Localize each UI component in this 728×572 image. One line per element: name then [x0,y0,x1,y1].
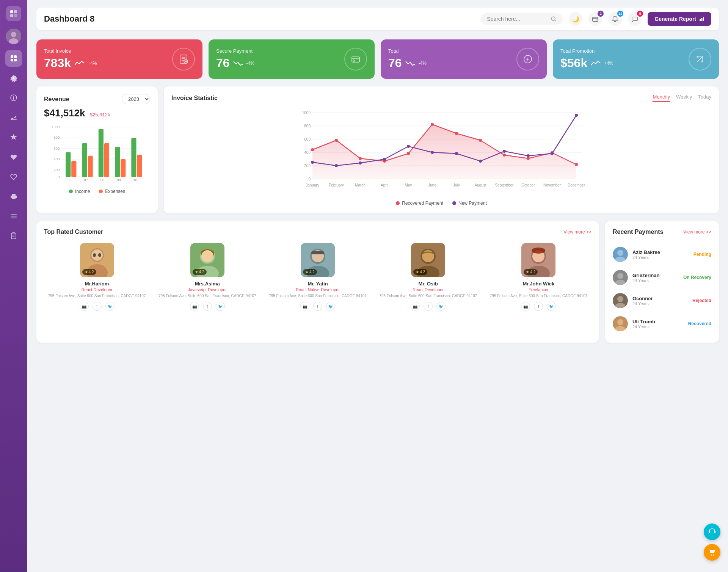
svg-rect-41 [88,156,93,177]
new-dot [452,201,456,205]
facebook-icon[interactable]: f [534,302,543,311]
svg-text:April: April [381,183,388,187]
svg-text:800: 800 [53,135,60,139]
tab-monthly[interactable]: Monthly [653,94,670,102]
svg-text:June: June [428,183,436,187]
support-float-button[interactable] [704,523,720,540]
card-info: Total 76 -4% [388,48,427,70]
customer-photo-4: ★ 4.2 [411,243,445,277]
svg-point-79 [335,164,338,167]
svg-rect-8 [14,55,17,58]
wallet-button[interactable]: 2 [588,12,602,26]
twitter-icon[interactable]: 🐦 [547,302,556,311]
sidebar-item-analytics[interactable] [5,109,22,126]
search-input[interactable] [487,16,548,22]
svg-point-82 [407,145,410,148]
tab-weekly[interactable]: Weekly [676,94,692,102]
customer-item: ★ 4.2 Mr.John Wick Freelancer 795 Folsom… [486,243,592,311]
search-box[interactable] [481,13,563,25]
sidebar-item-print[interactable] [5,188,22,205]
sidebar-item-clipboard[interactable] [5,227,22,244]
customer-photo-1: ★ 4.2 [80,243,114,277]
expenses-dot [99,190,103,193]
sidebar-item-info[interactable] [5,89,22,106]
svg-point-139 [711,555,712,556]
svg-rect-22 [352,57,359,62]
headset-icon [708,528,716,536]
payment-status-3: Rejected [692,298,711,303]
facebook-icon[interactable]: f [313,302,322,311]
customer-item: ★ 4.2 Mr. Osib React Developer 795 Folso… [375,243,481,311]
card-secure-payment: Secure Payment 76 -4% [209,39,375,79]
sidebar-item-settings[interactable] [5,70,22,86]
svg-text:08: 08 [100,178,104,182]
card-info: Secure Payment 76 -4% [216,48,254,70]
twitter-icon[interactable]: 🐦 [326,302,335,311]
svg-point-126 [532,248,545,254]
total-icon [522,54,533,64]
promotion-icon [695,54,705,64]
twitter-icon[interactable]: 🐦 [105,302,115,311]
trend-icon [405,60,416,67]
tab-today[interactable]: Today [698,94,711,102]
wallet-badge: 2 [598,11,604,17]
svg-point-87 [527,154,530,157]
payment-item: Griezerman 24 Years On Recovery [613,266,711,289]
rating-badge-2: ★ 4.2 [193,269,207,275]
dark-mode-toggle[interactable]: 🌙 [569,12,582,26]
svg-rect-1 [14,10,17,13]
sidebar-item-star[interactable] [5,129,22,146]
customers-header: Top Rated Customer View more >> [44,229,592,235]
svg-text:10: 10 [133,178,137,182]
facebook-icon[interactable]: f [203,302,212,311]
cart-icon [708,548,716,556]
bell-button[interactable]: 12 [608,12,622,26]
chat-button[interactable]: 5 [628,12,642,26]
float-buttons [704,523,720,561]
generate-report-button[interactable]: Generate Report [648,12,711,26]
avatar[interactable] [6,29,21,44]
svg-point-77 [575,163,578,166]
instagram-icon[interactable]: 📷 [521,302,530,311]
instagram-icon[interactable]: 📷 [190,302,199,311]
customer-photo-2: ★ 4.2 [190,243,224,277]
payment-avatar-2 [613,270,628,285]
rating-badge-5: ★ 4.2 [524,269,538,275]
invoice-chart-card: Invoice Statistic Monthly Weekly Today [164,86,719,213]
facebook-icon[interactable]: f [93,302,102,311]
sidebar-item-list[interactable] [5,208,22,224]
invoice-title: Invoice Statistic [171,95,218,102]
svg-rect-18 [701,18,703,21]
svg-text:February: February [329,183,344,187]
payments-view-more[interactable]: View more >> [683,229,711,235]
sidebar-item-heart1[interactable] [5,149,22,165]
svg-point-89 [575,114,578,117]
customers-view-more[interactable]: View more >> [563,229,592,235]
cart-float-button[interactable] [704,544,720,561]
facebook-icon[interactable]: f [424,302,433,311]
sidebar-item-heart2[interactable] [5,168,22,185]
legend-new: New Payment [452,201,487,206]
card-label: Total invoice [44,48,97,54]
twitter-icon[interactable]: 🐦 [436,302,446,311]
svg-text:0: 0 [308,177,311,181]
revenue-bar-chart: 1000 800 600 400 200 0 [44,124,150,184]
instagram-icon[interactable]: 📷 [80,302,89,311]
svg-rect-47 [137,155,142,177]
instagram-icon[interactable]: 📷 [300,302,309,311]
card-value: 76 -4% [388,56,427,70]
svg-rect-15 [593,17,598,22]
svg-point-88 [551,152,554,155]
payment-item: Uli Trumb 24 Years Recovered [613,312,711,335]
payment-item: Aziz Bakree 24 Years Pending [613,243,711,266]
instagram-icon[interactable]: 📷 [411,302,420,311]
twitter-icon[interactable]: 🐦 [216,302,225,311]
payment-name-1: Aziz Bakree [632,249,689,255]
logo[interactable] [6,6,21,21]
year-select[interactable]: 202320222021 [122,94,150,104]
svg-point-5 [11,32,16,37]
sidebar-item-dashboard[interactable] [5,50,22,67]
svg-rect-9 [11,59,13,61]
svg-rect-38 [66,152,71,177]
payment-info-1: Aziz Bakree 24 Years [632,249,689,260]
